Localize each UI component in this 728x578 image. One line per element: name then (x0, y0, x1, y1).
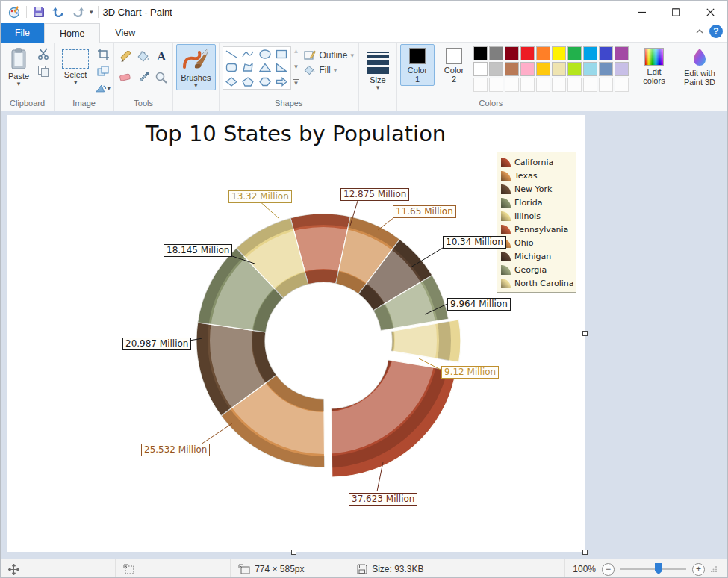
shapes-scroll-up-icon[interactable]: ▲ (293, 48, 299, 55)
palette-color[interactable] (489, 62, 503, 76)
palette-empty-cell[interactable] (615, 78, 629, 92)
size-icon (367, 48, 389, 74)
text-tool[interactable]: A (153, 47, 169, 66)
fill-tool[interactable] (135, 47, 152, 66)
shape-curve[interactable] (242, 49, 254, 59)
tab-view[interactable]: View (100, 23, 150, 43)
palette-color[interactable] (473, 46, 488, 60)
shape-diamond[interactable] (225, 77, 237, 87)
save-button[interactable] (31, 4, 46, 19)
eraser-tool[interactable] (117, 68, 134, 87)
palette-empty-cell[interactable] (489, 78, 503, 92)
palette-empty-cell[interactable] (583, 78, 597, 92)
palette-color[interactable] (599, 46, 613, 60)
color1-button[interactable]: Color 1 (400, 44, 435, 86)
palette-color[interactable] (583, 46, 597, 60)
divider (26, 6, 27, 18)
outline-dropdown[interactable]: Outline▾ (304, 50, 354, 60)
size-group: Size▾ (359, 43, 397, 111)
palette-empty-cell[interactable] (505, 78, 519, 92)
select-button[interactable]: Select▾ (57, 44, 93, 87)
canvas-resize-handle-right[interactable] (582, 331, 588, 336)
paint3d-icon (690, 48, 709, 67)
close-button[interactable] (693, 1, 727, 23)
resize-button[interactable] (96, 64, 111, 78)
palette-color[interactable] (615, 46, 629, 60)
color2-button[interactable]: Color 2 (437, 44, 471, 86)
copy-button[interactable] (36, 64, 51, 78)
shape-pentagon[interactable] (242, 77, 254, 87)
palette-color[interactable] (536, 62, 550, 76)
palette-color[interactable] (536, 46, 550, 60)
brushes-group: Brushes▾ (173, 43, 219, 111)
palette-color[interactable] (473, 62, 488, 76)
paste-button[interactable]: Paste▾ (4, 44, 34, 89)
palette-empty-cell[interactable] (567, 78, 582, 92)
shape-arrow-right[interactable] (276, 77, 287, 87)
palette-color[interactable] (505, 46, 519, 60)
magnifier-tool[interactable] (153, 68, 169, 87)
color-picker-tool[interactable] (135, 68, 152, 87)
shape-ellipse[interactable] (259, 49, 271, 59)
legend-item: New York (501, 182, 573, 196)
shape-line[interactable] (225, 49, 237, 59)
shape-right-triangle[interactable] (276, 63, 287, 72)
crop-button[interactable] (96, 47, 111, 60)
shape-polygon[interactable] (242, 63, 254, 72)
palette-color[interactable] (552, 46, 566, 60)
tab-file[interactable]: File (1, 23, 44, 43)
shape-hexagon[interactable] (259, 77, 271, 87)
zoom-slider-thumb[interactable] (655, 563, 662, 574)
palette-empty-cell[interactable] (536, 78, 550, 92)
legend-label: California (514, 158, 553, 167)
palette-color[interactable] (520, 62, 535, 76)
help-button[interactable]: ? (709, 25, 723, 38)
rotate-button[interactable]: ▾ (96, 81, 111, 95)
size-button[interactable]: Size▾ (362, 44, 393, 93)
legend-label: Michigan (514, 252, 551, 261)
palette-empty-cell[interactable] (520, 78, 535, 92)
palette-color[interactable] (520, 46, 535, 60)
redo-button[interactable] (70, 4, 85, 19)
palette-color[interactable] (489, 46, 503, 60)
zoom-in-button[interactable]: + (692, 563, 705, 576)
pencil-tool[interactable] (117, 47, 134, 66)
shapes-expand-icon[interactable]: ▼ (293, 79, 299, 87)
drawing-canvas[interactable]: Top 10 States by Population CaliforniaTe… (7, 115, 585, 552)
shape-rectangle[interactable] (276, 49, 287, 59)
palette-color[interactable] (552, 62, 566, 76)
palette-color[interactable] (615, 62, 629, 76)
shapes-scroll-down-icon[interactable]: ▼ (293, 63, 299, 70)
palette-color[interactable] (567, 62, 582, 76)
palette-color[interactable] (599, 62, 613, 76)
palette-empty-cell[interactable] (599, 78, 613, 92)
maximize-button[interactable] (659, 1, 693, 23)
ribbon: Paste▾ Clipboard Select▾ (1, 43, 727, 111)
cut-button[interactable] (36, 47, 51, 60)
canvas-resize-handle-corner[interactable] (582, 550, 588, 555)
shape-rounded-rectangle[interactable] (225, 63, 237, 72)
collapse-ribbon-icon[interactable] (696, 29, 703, 34)
palette-color[interactable] (567, 46, 582, 60)
resize-grip-icon (711, 566, 717, 572)
brushes-button[interactable]: Brushes▾ (176, 44, 215, 90)
shape-triangle[interactable] (259, 63, 271, 72)
canvas-resize-handle-bottom[interactable] (291, 550, 296, 555)
minimize-button[interactable] (624, 1, 659, 23)
zoom-slider[interactable] (620, 568, 686, 570)
zoom-out-button[interactable]: − (602, 563, 615, 576)
palette-color[interactable] (505, 62, 519, 76)
undo-button[interactable] (51, 4, 66, 19)
tab-home[interactable]: Home (44, 23, 100, 43)
fill-dropdown[interactable]: Fill▾ (304, 65, 354, 75)
palette-color[interactable] (583, 62, 597, 76)
qat-customize-dropdown[interactable]: ▾ (90, 9, 93, 15)
edit-with-paint3d-button[interactable]: Edit with Paint 3D (676, 44, 724, 89)
size-group-label (362, 99, 393, 111)
palette-empty-cell[interactable] (473, 78, 488, 92)
color-palette (473, 44, 629, 93)
palette-empty-cell[interactable] (552, 78, 566, 92)
cursor-position-cell (1, 559, 116, 578)
file-size-icon (357, 564, 367, 574)
edit-colors-button[interactable]: Edit colors (635, 44, 673, 87)
